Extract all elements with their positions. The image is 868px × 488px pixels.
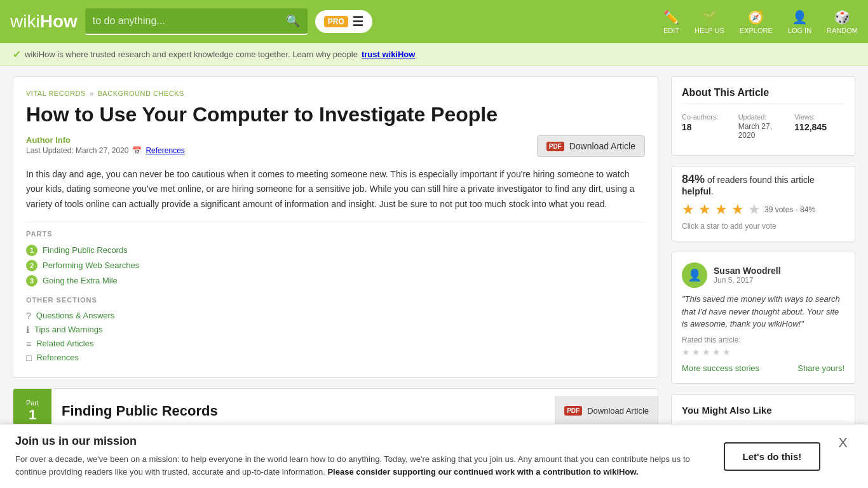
cookie-banner: Join us in our mission For over a decade… [0,424,868,488]
also-like-title: You Might Also Like [682,405,844,421]
nav-actions: ✏️ EDIT 🌱 HELP US 🧭 EXPLORE 👤 LOG IN 🎲 R… [663,10,858,34]
breadcrumb-item-vital-records[interactable]: VITAL RECORDS [26,90,86,97]
close-banner-button[interactable]: X [833,435,853,451]
parts-item-3-label: Going the Extra Mile [43,276,118,285]
nav-edit-label: EDIT [663,27,679,34]
star-4[interactable]: ★ [731,201,744,218]
dice-icon: 🎲 [834,10,850,25]
author-info: Author Info Last Updated: March 27, 2020… [26,135,185,155]
review-star-3[interactable]: ★ [702,347,710,357]
parts-item-2[interactable]: 2 Performing Web Searches [26,258,645,273]
breadcrumb: VITAL RECORDS » BACKGROUND CHECKS [26,90,645,97]
doc-icon: □ [26,353,31,363]
search-input[interactable] [85,10,278,32]
coauthors-label: Co-authors: [682,113,732,121]
edit-icon: ✏️ [663,10,679,25]
nav-random[interactable]: 🎲 RANDOM [827,10,858,34]
article-intro: In this day and age, you can never be to… [26,167,645,211]
user-icon: 👤 [792,10,808,25]
download-article-label-top: Download Article [569,141,635,151]
article-meta-text: Last Updated: March 27, 2020 📅 Reference… [26,146,185,155]
compass-icon: 🧭 [748,10,764,25]
header: wikiHow 🔍 PRO ☰ ✏️ EDIT 🌱 HELP US 🧭 EXPL… [0,0,868,43]
breadcrumb-separator: » [90,90,94,97]
nav-help-us[interactable]: 🌱 HELP US [695,10,724,34]
cookie-cta-button[interactable]: Let's do this! [724,442,821,471]
star-3[interactable]: ★ [715,201,728,218]
click-to-vote-label: Click a star to add your vote [682,222,844,231]
nav-edit[interactable]: ✏️ EDIT [663,10,679,34]
leaf-icon: 🌱 [702,10,717,25]
review-star-1[interactable]: ★ [682,347,690,357]
other-sections-list: ? Questions & Answers ℹ Tips and Warning… [26,309,645,365]
download-article-button-part1[interactable]: PDF Download Article [555,396,658,426]
pro-label: PRO [324,16,348,27]
nav-log-in[interactable]: 👤 LOG IN [788,10,811,34]
parts-list: 1 Finding Public Records 2 Performing We… [26,243,645,288]
coauthors-meta: Co-authors: 18 [682,113,732,140]
star-1[interactable]: ★ [682,201,695,218]
part-num-2: 2 [26,260,37,271]
article-meta-row: Author Info Last Updated: March 27, 2020… [26,135,645,157]
parts-section: PARTS 1 Finding Public Records 2 Perform… [26,222,645,365]
review-text: "This saved me money with ways to search… [682,293,844,330]
pdf-icon: PDF [546,142,564,151]
download-article-button-top[interactable]: PDF Download Article [537,135,645,157]
download-article-label-part1: Download Article [587,406,649,416]
other-item-qa-label: Questions & Answers [36,311,115,320]
logo[interactable]: wikiHow [10,11,78,32]
search-button[interactable]: 🔍 [278,9,308,33]
pro-button[interactable]: PRO ☰ [315,10,372,33]
parts-item-3[interactable]: 3 Going the Extra Mile [26,273,645,288]
part1-title: Finding Public Records [51,403,555,419]
question-icon: ? [26,311,31,321]
parts-item-1[interactable]: 1 Finding Public Records [26,243,645,258]
breadcrumb-item-background-checks[interactable]: BACKGROUND CHECKS [98,90,184,97]
reviewer-date: Jun 5, 2017 [714,276,781,285]
author-label: Author Info [26,135,185,145]
part-num-3: 3 [26,275,37,287]
star-5[interactable]: ★ [748,201,761,218]
review-star-2[interactable]: ★ [692,347,700,357]
rating-pct: 84% [682,173,705,186]
updated-meta: Updated: March 27, 2020 [738,113,789,140]
star-2[interactable]: ★ [698,201,711,218]
other-item-qa[interactable]: ? Questions & Answers [26,309,645,323]
nav-random-label: RANDOM [827,27,858,34]
reviewer-info: Susan Woodrell Jun 5, 2017 [714,266,781,285]
review-star-5[interactable]: ★ [722,347,731,357]
rating-text: 84% of readers found this article helpfu… [682,173,844,196]
checkmark-icon: ✔ [13,48,21,60]
parts-label: PARTS [26,230,645,238]
reviewer-name: Susan Woodrell [714,266,781,276]
more-stories-link[interactable]: More success stories [682,363,759,373]
other-item-tips-label: Tips and Warnings [34,325,102,334]
references-link[interactable]: References [146,146,184,155]
review-star-4[interactable]: ★ [712,347,721,357]
reviewer-row: 👤 Susan Woodrell Jun 5, 2017 [682,262,844,288]
article-card: VITAL RECORDS » BACKGROUND CHECKS How to… [13,76,658,378]
nav-explore-label: EXPLORE [740,27,773,34]
coauthors-value: 18 [682,122,732,132]
pdf-icon-part1: PDF [564,406,582,416]
hamburger-icon: ☰ [352,14,363,29]
trust-link[interactable]: trust wikiHow [362,50,416,59]
list-icon: ≡ [26,339,31,349]
nav-explore[interactable]: 🧭 EXPLORE [740,10,773,34]
avatar: 👤 [682,262,707,288]
other-item-related[interactable]: ≡ Related Articles [26,337,645,351]
cookie-content: Join us in our mission For over a decade… [15,435,711,478]
cookie-banner-cta: Please consider supporting our continued… [327,467,638,477]
other-item-references[interactable]: □ References [26,351,645,365]
other-item-tips[interactable]: ℹ Tips and Warnings [26,323,645,337]
review-actions: More success stories Share yours! [682,363,844,373]
info-icon: ℹ [26,325,29,335]
share-yours-link[interactable]: Share yours! [797,363,844,373]
about-article-title: About This Article [682,87,844,104]
other-item-references-label: References [36,353,78,362]
trust-text: wikiHow is where trusted research and ex… [25,50,358,59]
review-stars: ★ ★ ★ ★ ★ [682,347,844,357]
part-num-1: 1 [26,245,37,256]
trust-bar: ✔ wikiHow is where trusted research and … [0,43,868,66]
views-label: Views: [794,113,844,121]
